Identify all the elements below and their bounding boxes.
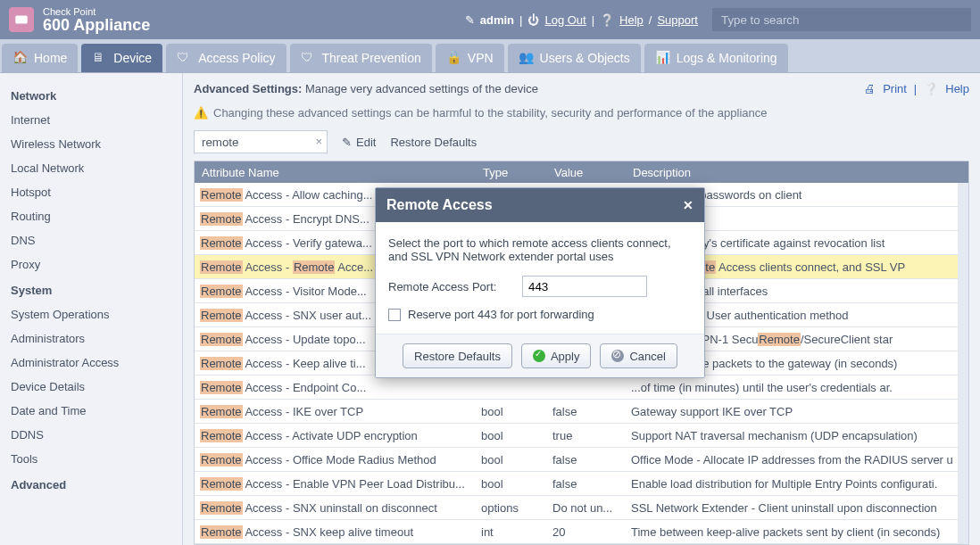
dialog-restore-defaults-button[interactable]: Restore Defaults (403, 343, 512, 368)
dialog-cancel-label: Cancel (629, 350, 665, 363)
remote-access-port-label: Remote Access Port: (388, 280, 513, 293)
dialog-apply-label: Apply (551, 350, 580, 363)
remote-access-port-input[interactable] (522, 276, 647, 297)
dialog-restore-label: Restore Defaults (414, 350, 501, 363)
cancel-icon (611, 350, 624, 362)
dialog-description: Select the port to which remote access c… (388, 236, 692, 263)
remote-access-dialog: Remote Access ✕ Select the port to which… (375, 187, 705, 378)
reserve-port-checkbox[interactable] (388, 309, 401, 321)
dialog-close-icon[interactable]: ✕ (683, 198, 693, 212)
reserve-port-label: Reserve port 443 for port forwarding (408, 308, 594, 321)
dialog-cancel-button[interactable]: Cancel (600, 343, 677, 368)
dialog-title: Remote Access (386, 197, 493, 213)
check-icon (533, 350, 545, 362)
dialog-apply-button[interactable]: Apply (521, 343, 592, 368)
